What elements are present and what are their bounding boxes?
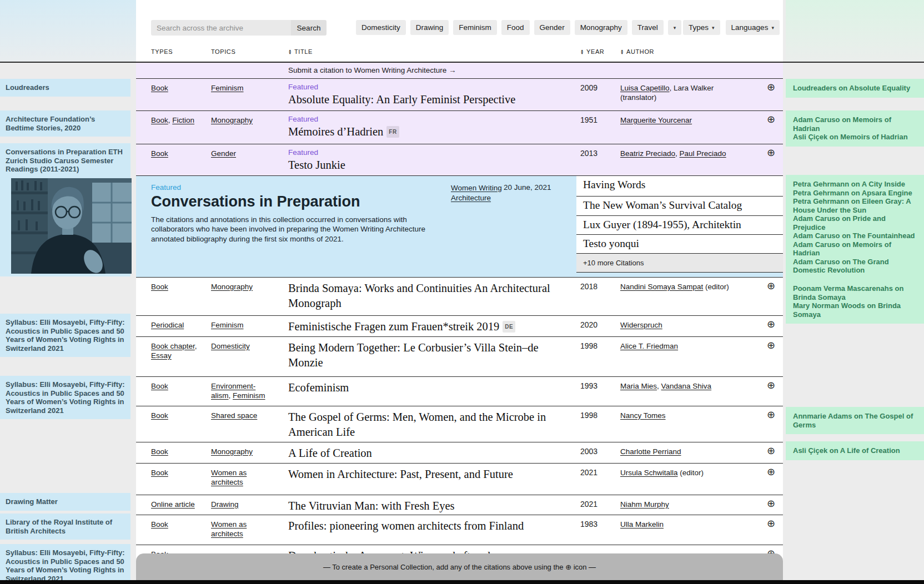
citation-list-item[interactable]: The New Woman’s Survival Catalog: [576, 197, 783, 216]
column-header-year[interactable]: ▲▼ YEAR: [580, 48, 604, 55]
annotation-link[interactable]: Petra Gehrmann on Apsara Engine: [793, 189, 917, 198]
citation-type-link[interactable]: Book: [151, 520, 168, 528]
citation-author-link[interactable]: Widerspruch: [620, 321, 662, 329]
add-to-collection-button[interactable]: ⊕: [767, 518, 775, 529]
types-dropdown[interactable]: Types ▾: [683, 20, 720, 35]
citation-author-link[interactable]: Alice T. Friedman: [620, 342, 678, 350]
add-to-collection-button[interactable]: ⊕: [767, 114, 775, 125]
annotation-link[interactable]: Adam Caruso on Pride and Prejudice: [793, 214, 917, 231]
add-to-collection-button[interactable]: ⊕: [767, 280, 775, 291]
citation-row[interactable]: BookMonographyA Life of Creation2003Char…: [136, 442, 783, 464]
citation-author-link[interactable]: Maria Mies: [620, 382, 657, 390]
add-to-collection-button[interactable]: ⊕: [767, 445, 775, 456]
citation-topic-link[interactable]: Shared space: [211, 411, 257, 420]
annotation-link[interactable]: Asli Çiçek on A Life of Creation: [793, 446, 917, 455]
topic-filter-chip[interactable]: Travel: [632, 20, 664, 35]
more-filters-dropdown[interactable]: ▾: [668, 20, 682, 35]
citation-type-link[interactable]: Book: [151, 116, 168, 124]
citation-row[interactable]: BookEnvironment-alism, FeminismEcofemini…: [136, 377, 783, 406]
citation-author-link[interactable]: Charlotte Perriand: [620, 447, 681, 456]
citation-topic-link[interactable]: Monography: [211, 283, 253, 291]
citation-type-link[interactable]: Periodical: [151, 321, 184, 329]
citation-type-link[interactable]: Book: [151, 469, 168, 477]
citation-author-link[interactable]: Marguerite Yourcenar: [620, 116, 692, 124]
search-input[interactable]: [151, 20, 291, 36]
citation-type-link[interactable]: Fiction: [172, 116, 194, 124]
citation-row[interactable]: BookFeminismFeaturedAbsolute Equality: A…: [136, 79, 783, 111]
citation-row[interactable]: BookGenderFeaturedTesto Junkie2013Beatri…: [136, 144, 783, 176]
collection-item[interactable]: Syllabus: Elli Mosayebi, Fifty-Fifty: Ac…: [0, 376, 130, 419]
citation-type-link[interactable]: Book: [151, 149, 168, 158]
featured-collection-author-link[interactable]: Women Writing Architecture: [451, 183, 502, 203]
citation-type-link[interactable]: Essay: [151, 351, 172, 360]
citation-row[interactable]: BookShared spaceThe Gospel of Germs: Men…: [136, 406, 783, 442]
citation-author-link[interactable]: Nancy Tomes: [620, 411, 666, 420]
annotation-link[interactable]: Loudreaders on Absolute Equality: [793, 84, 917, 93]
citation-list-item[interactable]: Testo yonqui: [576, 235, 783, 254]
citation-author-link[interactable]: Niahm Murphy: [620, 500, 669, 509]
citation-row[interactable]: BookMonographyBrinda Somaya: Works and C…: [136, 278, 783, 316]
citation-type-link[interactable]: Online article: [151, 500, 195, 509]
citation-topic-link[interactable]: Monography: [211, 116, 253, 124]
citation-topic-link[interactable]: Women as architects: [211, 469, 247, 486]
video-thumbnail[interactable]: [11, 178, 125, 276]
add-to-collection-button[interactable]: ⊕: [767, 82, 775, 93]
topic-filter-chip[interactable]: Monography: [575, 20, 627, 35]
citation-type-link[interactable]: Book: [151, 447, 168, 456]
add-to-collection-button[interactable]: ⊕: [767, 147, 775, 158]
citation-topic-link[interactable]: Feminism: [211, 84, 244, 92]
citation-type-link[interactable]: Book: [151, 283, 168, 291]
annotation-link[interactable]: Annmarie Adams on The Gospel of Germs: [793, 412, 917, 429]
citation-list-item[interactable]: Having Words: [576, 176, 783, 197]
add-to-collection-button[interactable]: ⊕: [767, 498, 775, 509]
citation-topic-link[interactable]: Domesticity: [211, 342, 250, 350]
collection-item[interactable]: Syllabus: Elli Mosayebi, Fifty-Fifty: Ac…: [0, 544, 130, 584]
collection-item[interactable]: Syllabus: Elli Mosayebi, Fifty-Fifty: Ac…: [0, 314, 130, 357]
collection-item[interactable]: Architecture Foundation’s Bedtime Storie…: [0, 110, 130, 137]
citation-row[interactable]: BookWomen as architectsProfiles: pioneer…: [136, 515, 783, 545]
languages-dropdown[interactable]: Languages ▾: [726, 20, 780, 35]
search-button[interactable]: Search: [291, 20, 327, 36]
collection-item[interactable]: Loudreaders: [0, 79, 130, 97]
topic-filter-chip[interactable]: Drawing: [410, 20, 449, 35]
citation-author-link[interactable]: Paul Preciado: [680, 149, 726, 158]
annotation-link[interactable]: Adam Caruso on The Grand Domestic Revolu…: [793, 258, 917, 275]
featured-collection-card[interactable]: Featured Conversations in Preparation Th…: [136, 176, 783, 278]
citation-author-link[interactable]: Ursula Schwitalla: [620, 469, 678, 477]
citation-type-link[interactable]: Book chapter: [151, 342, 195, 350]
column-header-author[interactable]: ▲▼ AUTHOR: [620, 48, 654, 55]
add-to-collection-button[interactable]: ⊕: [767, 380, 775, 391]
add-to-collection-button[interactable]: ⊕: [767, 319, 775, 330]
annotation-link[interactable]: Adam Caruso on The Fountainhead: [793, 231, 917, 240]
add-to-collection-button[interactable]: ⊕: [767, 409, 775, 420]
citation-topic-link[interactable]: Feminism: [233, 391, 265, 400]
citation-row[interactable]: BookWomen as architectsWomen in Architec…: [136, 464, 783, 495]
citation-author-link[interactable]: Nandini Somaya Sampat: [620, 283, 703, 291]
submit-citation-banner[interactable]: Submit a citation to Women Writing Archi…: [136, 63, 783, 79]
citation-author-link[interactable]: Vandana Shiva: [661, 382, 712, 390]
citation-author-link[interactable]: Beatriz Preciado: [620, 149, 675, 158]
annotation-link[interactable]: Petra Gehrmann on A City Inside: [793, 180, 917, 189]
annotation-link[interactable]: Adam Caruso on Memoirs of Hadrian: [793, 115, 917, 133]
citation-topic-link[interactable]: Gender: [211, 149, 236, 158]
topic-filter-chip[interactable]: Food: [501, 20, 530, 35]
citation-type-link[interactable]: Book: [151, 382, 168, 390]
citation-topic-link[interactable]: Monography: [211, 447, 253, 456]
citation-topic-link[interactable]: Women as architects: [211, 520, 247, 538]
citation-list-item[interactable]: Lux Guyer (1894-1955), Architektin: [576, 216, 783, 235]
citation-row[interactable]: PeriodicalFeminismFeministische Fragen z…: [136, 316, 783, 337]
add-to-collection-button[interactable]: ⊕: [767, 340, 775, 351]
column-header-title[interactable]: ▲▼ TITLE: [288, 48, 313, 55]
citation-topic-link[interactable]: Drawing: [211, 500, 239, 509]
citation-row[interactable]: Book, FictionMonographyFeaturedMémoires …: [136, 111, 783, 144]
citation-author-link[interactable]: Luisa Capetillo: [620, 84, 670, 92]
citation-type-link[interactable]: Book: [151, 411, 168, 420]
annotation-link[interactable]: Adam Caruso on Memoirs of Hadrian: [793, 240, 917, 258]
citation-row[interactable]: Book chapter, EssayDomesticityBeing Mode…: [136, 337, 783, 377]
annotation-link[interactable]: Petra Gehrmann on Eileen Gray: A House U…: [793, 197, 917, 214]
citation-topic-link[interactable]: Feminism: [211, 321, 244, 329]
topic-filter-chip[interactable]: Gender: [534, 20, 570, 35]
citation-author-link[interactable]: Ulla Markelin: [620, 520, 664, 528]
annotation-link[interactable]: Mary Norman Woods on Brinda Somaya: [793, 301, 917, 319]
citation-type-link[interactable]: Book: [151, 84, 168, 92]
